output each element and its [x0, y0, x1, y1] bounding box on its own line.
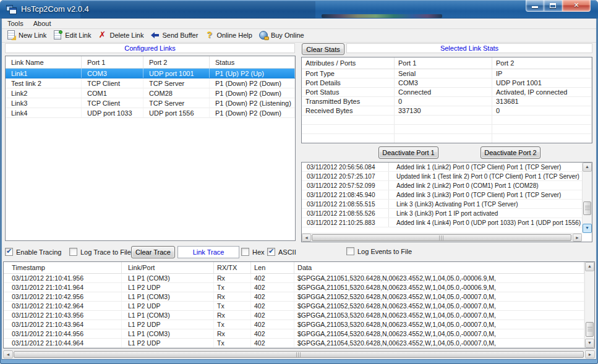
event-log-hscrollbar[interactable]: ◄ ►	[302, 233, 582, 242]
toolbar-button-new-link[interactable]: New Link	[4, 30, 50, 41]
trace-row[interactable]: 03/11/2012 21:10:41.956L1 P1 (COM3)Rx402…	[4, 274, 584, 283]
toolbar-button-edit-link[interactable]: Edit Link	[50, 30, 95, 41]
trace-row[interactable]: 03/11/2012 21:10:43.956L1 P1 (COM3)Rx402…	[4, 311, 584, 320]
toolbar: New LinkEdit Link✗Delete LinkSend Buffer…	[4, 29, 308, 41]
menu-item-tools[interactable]: Tools	[2, 19, 28, 29]
titlebar-glass-shade	[80, 1, 315, 19]
column-header[interactable]: Len	[251, 262, 294, 273]
trace-row[interactable]: 03/11/2012 21:10:42.964L1 P2 UDPTx402$GP…	[4, 302, 584, 311]
event-log-row[interactable]: 03/11/2012 21:08:45.940Added link 3 (Lin…	[302, 190, 582, 200]
log-events-to-file-checkbox[interactable]	[346, 247, 354, 255]
event-log-row[interactable]: 03/11/2012 21:08:55.515Link 3 (Link3) Ac…	[302, 200, 582, 209]
cell: 03/11/2012 21:10:43.964	[4, 320, 122, 329]
ascii-checkbox[interactable]	[267, 248, 275, 256]
column-header[interactable]: Status	[210, 56, 295, 68]
toolbar-button-delete-link[interactable]: ✗Delete Link	[95, 30, 147, 41]
log-trace-to-file-checkbox[interactable]	[69, 248, 77, 256]
cell: TCP Server	[143, 78, 210, 88]
cell: $GPGGA,211052,5320.6428,N,00623.4552,W,1…	[294, 302, 584, 310]
event-log-vscroll-thumb[interactable]	[583, 201, 591, 215]
cell: Transmitted Bytes	[302, 97, 395, 106]
scroll-left-icon[interactable]: ◄	[302, 234, 311, 242]
configured-link-row[interactable]: Test link 2TCP ClientTCP ServerP1 (Down)…	[6, 78, 295, 88]
column-header[interactable]: Port 1	[395, 57, 492, 69]
maximize-button[interactable]	[544, 0, 562, 12]
hex-checkbox[interactable]	[241, 248, 249, 256]
event-log-row[interactable]: 03/11/2012 20:56:56.084Added link 1 (Lin…	[302, 163, 582, 172]
cell: Tx	[214, 320, 251, 329]
cell: Link1	[6, 69, 82, 78]
trace-row[interactable]: 03/11/2012 21:10:42.956L1 P1 (COM3)Rx402…	[4, 292, 584, 302]
stats-row[interactable]: Port TypeSerialIP	[302, 69, 592, 78]
configured-link-row[interactable]: Link3TCP ClientTCP ServerP1 (Down) P2 (L…	[6, 98, 295, 108]
cell: COM1	[82, 88, 143, 98]
cell: UDP port 1033	[82, 108, 143, 117]
clear-stats-button[interactable]: Clear Stats	[302, 43, 344, 55]
column-header[interactable]: Port 2	[492, 57, 592, 69]
scroll-right-icon[interactable]: ►	[585, 350, 595, 358]
trace-row[interactable]: 03/11/2012 21:10:44.956L1 P1 (COM3)Rx402…	[4, 329, 584, 339]
trace-hscroll-thumb[interactable]	[14, 351, 584, 358]
clear-trace-button[interactable]: Clear Trace	[131, 246, 175, 258]
cell: Port Details	[302, 78, 395, 87]
log-trace-to-file-label: Log Trace to File	[80, 248, 131, 256]
column-header[interactable]: Port 2	[143, 56, 210, 68]
column-header[interactable]: Link Name	[6, 56, 82, 68]
event-log-hscroll-thumb[interactable]	[312, 234, 571, 241]
event-message: Updated link 1 (Test link 2) Port 0 (TCP…	[389, 172, 582, 180]
configured-links-table: Link NamePort 1Port 2Status Link1COM3UDP…	[5, 56, 296, 241]
configured-link-row[interactable]: Link1COM3UDP port 1001P1 (Up) P2 (Up)	[6, 69, 295, 78]
stats-row[interactable]	[302, 125, 592, 134]
trace-row[interactable]: 03/11/2012 21:10:43.964L1 P2 UDPTx402$GP…	[4, 320, 584, 329]
cell: Tx	[214, 302, 251, 310]
deactivate-port2-button[interactable]: Deactivate Port 2	[481, 146, 540, 159]
scroll-down-icon[interactable]: ▼	[585, 339, 594, 348]
column-header[interactable]: Link/Port	[122, 262, 214, 273]
event-log-vscrollbar[interactable]: ▲ ▼	[582, 163, 592, 233]
event-log-row[interactable]: 03/11/2012 20:57:52.099Added link 2 (Lin…	[302, 181, 582, 190]
toolbar-button-send-buffer[interactable]: Send Buffer	[148, 30, 202, 41]
minimize-button[interactable]	[526, 0, 544, 12]
cell: L1 P2 UDP	[122, 283, 214, 292]
cell: Test link 2	[6, 78, 82, 88]
toolbar-button-buy-online[interactable]: Buy Online	[256, 30, 308, 41]
column-header[interactable]: Timestamp	[4, 262, 122, 273]
cell: COM3	[395, 78, 492, 87]
trace-hscrollbar[interactable]: ◄ ►	[3, 350, 595, 358]
scroll-down-icon[interactable]: ▼	[583, 224, 592, 233]
column-header[interactable]: RX/TX	[214, 262, 251, 273]
stats-row[interactable]: Port StatusConnectedActivated, IP connec…	[302, 88, 592, 97]
toolbar-button-online-help[interactable]: ?Online Help	[202, 30, 255, 41]
configured-link-row[interactable]: Link2COM1COM28P1 (Down) P2 (Down)	[6, 88, 295, 98]
column-header[interactable]: Data	[294, 262, 584, 273]
trace-vscroll-thumb[interactable]	[586, 322, 594, 337]
stats-row[interactable]: Transmitted Bytes0313681	[302, 97, 592, 106]
deactivate-port1-button[interactable]: Deactivate Port 1	[378, 146, 438, 159]
column-header[interactable]: Port 1	[82, 56, 143, 68]
scroll-up-icon[interactable]: ▲	[585, 262, 594, 271]
close-button[interactable]: ✕	[562, 0, 591, 12]
cell: 337130	[395, 106, 492, 115]
column-header[interactable]: Attributes / Ports	[302, 57, 395, 69]
event-log-row[interactable]: 03/11/2012 21:10:25.883Added link 4 (Lin…	[302, 218, 582, 227]
configured-link-row[interactable]: Link4UDP port 1033UDP port 1556P1 (Down)…	[6, 108, 295, 118]
scroll-left-icon[interactable]: ◄	[3, 350, 13, 358]
cell: $GPGGA,211051,5320.6428,N,00623.4552,W,1…	[294, 274, 584, 282]
trace-row[interactable]: 03/11/2012 21:10:44.964L1 P2 UDPTx402$GP…	[4, 339, 584, 348]
event-log-row[interactable]: 03/11/2012 20:57:25.107Updated link 1 (T…	[302, 172, 582, 181]
scroll-right-icon[interactable]: ►	[573, 234, 582, 242]
menu-item-about[interactable]: About	[28, 19, 56, 29]
trace-row[interactable]: 03/11/2012 21:10:41.964L1 P2 UDPTx402$GP…	[4, 283, 584, 292]
stats-row[interactable]: Port DetailsCOM3UDP Port 1001	[302, 78, 592, 88]
stats-row[interactable]	[302, 134, 592, 143]
stats-row[interactable]	[302, 116, 592, 125]
enable-tracing-checkbox[interactable]	[5, 248, 13, 256]
scroll-up-icon[interactable]: ▲	[583, 163, 592, 172]
event-message: Added link 2 (Link2) Port 0 (COM1) Port …	[389, 181, 582, 190]
trace-vscrollbar[interactable]: ▲ ▼	[584, 262, 594, 348]
stats-row[interactable]: Received Bytes3371300	[302, 106, 592, 116]
ascii-label: ASCII	[278, 248, 296, 256]
cell: Rx	[214, 274, 251, 282]
event-log-row[interactable]: 03/11/2012 21:08:55.526Link 3 (Link3) Po…	[302, 209, 582, 218]
cell	[302, 134, 395, 143]
